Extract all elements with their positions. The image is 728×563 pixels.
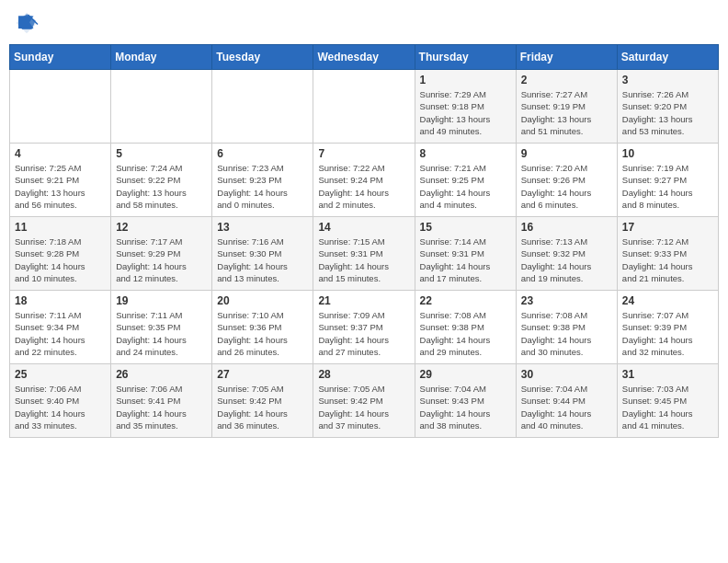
day-number: 17 <box>622 221 713 234</box>
column-header-thursday: Thursday <box>415 45 516 70</box>
calendar-cell: 9Sunrise: 7:20 AM Sunset: 9:26 PM Daylig… <box>516 144 617 217</box>
day-number: 25 <box>15 368 106 381</box>
day-info: Sunrise: 7:07 AM Sunset: 9:39 PM Dayligh… <box>622 309 713 358</box>
day-info: Sunrise: 7:04 AM Sunset: 9:44 PM Dayligh… <box>521 383 612 431</box>
calendar-week-row: 11Sunrise: 7:18 AM Sunset: 9:28 PM Dayli… <box>10 217 719 291</box>
calendar-header-row: SundayMondayTuesdayWednesdayThursdayFrid… <box>10 45 719 70</box>
day-number: 31 <box>622 368 713 381</box>
day-info: Sunrise: 7:13 AM Sunset: 9:32 PM Dayligh… <box>521 236 612 284</box>
day-number: 15 <box>420 221 511 234</box>
day-number: 9 <box>521 147 612 160</box>
calendar-cell: 26Sunrise: 7:06 AM Sunset: 9:41 PM Dayli… <box>111 364 212 438</box>
day-info: Sunrise: 7:27 AM Sunset: 9:19 PM Dayligh… <box>521 88 612 137</box>
column-header-sunday: Sunday <box>10 45 111 70</box>
calendar-cell: 8Sunrise: 7:21 AM Sunset: 9:25 PM Daylig… <box>415 144 516 217</box>
calendar-cell <box>313 70 415 144</box>
day-info: Sunrise: 7:22 AM Sunset: 9:24 PM Dayligh… <box>318 162 409 211</box>
day-info: Sunrise: 7:08 AM Sunset: 9:38 PM Dayligh… <box>521 309 612 358</box>
day-info: Sunrise: 7:24 AM Sunset: 9:22 PM Dayligh… <box>116 162 207 211</box>
day-number: 10 <box>622 147 713 160</box>
day-info: Sunrise: 7:06 AM Sunset: 9:40 PM Dayligh… <box>15 383 106 431</box>
day-number: 30 <box>521 368 612 381</box>
day-number: 23 <box>521 294 612 307</box>
day-info: Sunrise: 7:18 AM Sunset: 9:28 PM Dayligh… <box>15 236 106 284</box>
calendar-week-row: 4Sunrise: 7:25 AM Sunset: 9:21 PM Daylig… <box>10 144 719 217</box>
day-info: Sunrise: 7:25 AM Sunset: 9:21 PM Dayligh… <box>15 162 106 211</box>
calendar-cell: 1Sunrise: 7:29 AM Sunset: 9:18 PM Daylig… <box>415 70 516 144</box>
calendar-week-row: 25Sunrise: 7:06 AM Sunset: 9:40 PM Dayli… <box>10 364 719 438</box>
calendar-cell: 18Sunrise: 7:11 AM Sunset: 9:34 PM Dayli… <box>10 291 111 364</box>
day-number: 8 <box>420 147 511 160</box>
day-number: 18 <box>15 294 106 307</box>
calendar-cell: 15Sunrise: 7:14 AM Sunset: 9:31 PM Dayli… <box>415 217 516 291</box>
calendar-cell: 19Sunrise: 7:11 AM Sunset: 9:35 PM Dayli… <box>111 291 212 364</box>
calendar-cell: 30Sunrise: 7:04 AM Sunset: 9:44 PM Dayli… <box>516 364 617 438</box>
day-info: Sunrise: 7:21 AM Sunset: 9:25 PM Dayligh… <box>420 162 511 211</box>
calendar-table: SundayMondayTuesdayWednesdayThursdayFrid… <box>9 44 719 438</box>
calendar-cell <box>10 70 111 144</box>
calendar-cell: 7Sunrise: 7:22 AM Sunset: 9:24 PM Daylig… <box>313 144 415 217</box>
calendar-cell: 17Sunrise: 7:12 AM Sunset: 9:33 PM Dayli… <box>617 217 718 291</box>
day-info: Sunrise: 7:20 AM Sunset: 9:26 PM Dayligh… <box>521 162 612 211</box>
calendar-cell: 25Sunrise: 7:06 AM Sunset: 9:40 PM Dayli… <box>10 364 111 438</box>
day-info: Sunrise: 7:11 AM Sunset: 9:34 PM Dayligh… <box>15 309 106 358</box>
calendar-cell: 31Sunrise: 7:03 AM Sunset: 9:45 PM Dayli… <box>617 364 718 438</box>
day-info: Sunrise: 7:09 AM Sunset: 9:37 PM Dayligh… <box>318 309 409 358</box>
day-info: Sunrise: 7:04 AM Sunset: 9:43 PM Dayligh… <box>420 383 511 431</box>
day-info: Sunrise: 7:29 AM Sunset: 9:18 PM Dayligh… <box>420 88 511 137</box>
day-number: 6 <box>217 147 308 160</box>
calendar-week-row: 18Sunrise: 7:11 AM Sunset: 9:34 PM Dayli… <box>10 291 719 364</box>
day-info: Sunrise: 7:23 AM Sunset: 9:23 PM Dayligh… <box>217 162 308 211</box>
calendar-cell: 29Sunrise: 7:04 AM Sunset: 9:43 PM Dayli… <box>415 364 516 438</box>
day-number: 5 <box>116 147 207 160</box>
calendar-cell: 4Sunrise: 7:25 AM Sunset: 9:21 PM Daylig… <box>10 144 111 217</box>
day-number: 16 <box>521 221 612 234</box>
calendar-cell: 11Sunrise: 7:18 AM Sunset: 9:28 PM Dayli… <box>10 217 111 291</box>
day-info: Sunrise: 7:14 AM Sunset: 9:31 PM Dayligh… <box>420 236 511 284</box>
day-info: Sunrise: 7:15 AM Sunset: 9:31 PM Dayligh… <box>318 236 409 284</box>
logo <box>13 9 44 37</box>
day-number: 28 <box>318 368 409 381</box>
calendar-cell: 3Sunrise: 7:26 AM Sunset: 9:20 PM Daylig… <box>617 70 718 144</box>
day-info: Sunrise: 7:16 AM Sunset: 9:30 PM Dayligh… <box>217 236 308 284</box>
day-info: Sunrise: 7:08 AM Sunset: 9:38 PM Dayligh… <box>420 309 511 358</box>
day-number: 3 <box>622 74 713 86</box>
day-info: Sunrise: 7:10 AM Sunset: 9:36 PM Dayligh… <box>217 309 308 358</box>
day-number: 21 <box>318 294 409 307</box>
column-header-saturday: Saturday <box>617 45 718 70</box>
column-header-wednesday: Wednesday <box>313 45 415 70</box>
calendar-cell: 14Sunrise: 7:15 AM Sunset: 9:31 PM Dayli… <box>313 217 415 291</box>
day-number: 14 <box>318 221 409 234</box>
calendar-cell <box>111 70 212 144</box>
day-info: Sunrise: 7:17 AM Sunset: 9:29 PM Dayligh… <box>116 236 207 284</box>
day-info: Sunrise: 7:12 AM Sunset: 9:33 PM Dayligh… <box>622 236 713 284</box>
day-number: 22 <box>420 294 511 307</box>
day-number: 2 <box>521 74 612 86</box>
calendar-cell: 6Sunrise: 7:23 AM Sunset: 9:23 PM Daylig… <box>212 144 313 217</box>
calendar-cell <box>212 70 313 144</box>
day-info: Sunrise: 7:06 AM Sunset: 9:41 PM Dayligh… <box>116 383 207 431</box>
calendar-cell: 13Sunrise: 7:16 AM Sunset: 9:30 PM Dayli… <box>212 217 313 291</box>
calendar-cell: 5Sunrise: 7:24 AM Sunset: 9:22 PM Daylig… <box>111 144 212 217</box>
logo-icon <box>13 9 40 37</box>
day-number: 11 <box>15 221 106 234</box>
column-header-monday: Monday <box>111 45 212 70</box>
day-number: 1 <box>420 74 511 86</box>
day-info: Sunrise: 7:26 AM Sunset: 9:20 PM Dayligh… <box>622 88 713 137</box>
day-number: 12 <box>116 221 207 234</box>
calendar-cell: 22Sunrise: 7:08 AM Sunset: 9:38 PM Dayli… <box>415 291 516 364</box>
day-info: Sunrise: 7:03 AM Sunset: 9:45 PM Dayligh… <box>622 383 713 431</box>
day-info: Sunrise: 7:19 AM Sunset: 9:27 PM Dayligh… <box>622 162 713 211</box>
day-number: 19 <box>116 294 207 307</box>
calendar-week-row: 1Sunrise: 7:29 AM Sunset: 9:18 PM Daylig… <box>10 70 719 144</box>
calendar-cell: 27Sunrise: 7:05 AM Sunset: 9:42 PM Dayli… <box>212 364 313 438</box>
column-header-friday: Friday <box>516 45 617 70</box>
calendar-cell: 16Sunrise: 7:13 AM Sunset: 9:32 PM Dayli… <box>516 217 617 291</box>
day-number: 20 <box>217 294 308 307</box>
day-info: Sunrise: 7:11 AM Sunset: 9:35 PM Dayligh… <box>116 309 207 358</box>
day-number: 24 <box>622 294 713 307</box>
calendar-cell: 2Sunrise: 7:27 AM Sunset: 9:19 PM Daylig… <box>516 70 617 144</box>
calendar-cell: 10Sunrise: 7:19 AM Sunset: 9:27 PM Dayli… <box>617 144 718 217</box>
column-header-tuesday: Tuesday <box>212 45 313 70</box>
calendar-cell: 12Sunrise: 7:17 AM Sunset: 9:29 PM Dayli… <box>111 217 212 291</box>
